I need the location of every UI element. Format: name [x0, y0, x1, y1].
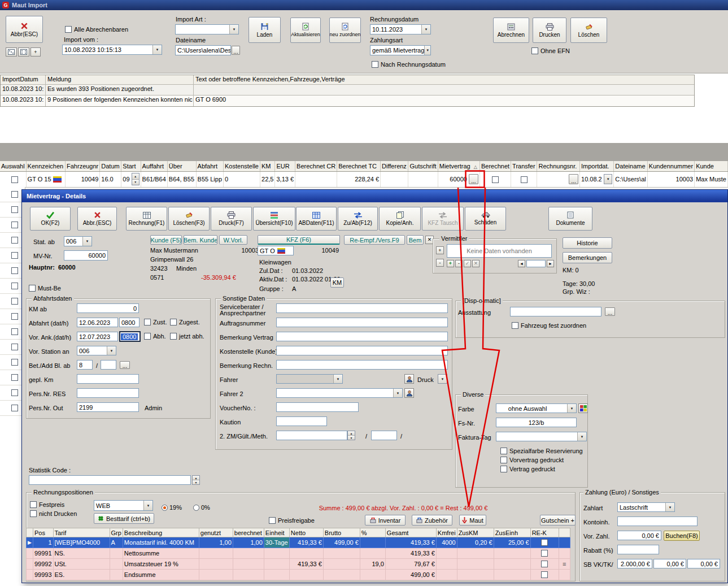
- fahrer-person-button[interactable]: [404, 374, 414, 384]
- jetzt-abh-checkbox[interactable]: jetzt abh.: [170, 333, 204, 340]
- bet-add-input-2[interactable]: [101, 360, 116, 370]
- re-empf-button[interactable]: Re-Empf./Vers.F9: [344, 235, 405, 245]
- dateiname-input[interactable]: C:\Users\alena\Desk: [175, 45, 231, 55]
- log-row[interactable]: 10.08.2023 10: Es wurden 393 Positionen …: [1, 85, 694, 96]
- zm-spinner[interactable]: ▲▼: [347, 431, 355, 440]
- vermittler-empty-field[interactable]: Keine Daten vorhanden: [447, 244, 552, 258]
- ausstattung-input[interactable]: [510, 307, 601, 316]
- nav-prev-button[interactable]: ◄: [518, 260, 525, 267]
- vat-0-radio[interactable]: 0%: [193, 504, 210, 511]
- bem-kunde-button[interactable]: Bem. Kunde: [184, 235, 217, 245]
- kopie-anh-button[interactable]: Kopie/Anh.: [379, 207, 421, 231]
- sb-3-input[interactable]: 0,00 €: [687, 559, 720, 568]
- vorvertrag-checkbox[interactable]: Vorvertrag gedruckt: [500, 457, 564, 463]
- faktura-tag-combo[interactable]: [496, 432, 587, 441]
- festpreis-checkbox[interactable]: Festpreis: [30, 501, 64, 508]
- chevron-down-icon[interactable]: [421, 25, 430, 34]
- col-kmfrei[interactable]: Kmfrei: [436, 528, 457, 537]
- mv-nr-input[interactable]: 60000: [64, 250, 108, 261]
- maut-button[interactable]: Maut: [459, 515, 486, 526]
- rechnungsdatum-combo[interactable]: 10.11.2023: [370, 24, 431, 34]
- row-select-checkbox[interactable]: [11, 237, 18, 244]
- kaution-input[interactable]: [276, 416, 327, 426]
- row-select-checkbox[interactable]: [11, 344, 18, 350]
- col-berechnet-cr[interactable]: Berechnet CR: [295, 161, 337, 171]
- vor-ank-time-input[interactable]: 0800: [119, 331, 141, 342]
- preisfreigabe-checkbox[interactable]: Preisfreigabe: [269, 517, 315, 524]
- chevron-down-icon[interactable]: [152, 45, 162, 54]
- bet-add-browse-button[interactable]: ...: [120, 361, 130, 369]
- sb-tk-input[interactable]: 0,00 €: [653, 559, 686, 568]
- row-select-checkbox[interactable]: [11, 191, 18, 198]
- col-abfahrt[interactable]: Abfahrt: [196, 161, 223, 171]
- col-datum[interactable]: Datum: [100, 161, 121, 171]
- vor-station-combo[interactable]: 006: [77, 346, 116, 355]
- kostenstelle-kunde-input[interactable]: [276, 346, 448, 355]
- drucken-button[interactable]: Drucken: [533, 18, 566, 43]
- must-be-checkbox[interactable]: Must-Be: [29, 285, 61, 292]
- nav-next-button[interactable]: ►: [547, 260, 554, 267]
- log-header-importdatum[interactable]: ImportDatum: [1, 75, 46, 84]
- fahrzeug-fest-checkbox[interactable]: Fahrzeug fest zuordnen: [512, 322, 586, 329]
- table-row[interactable]: GT O 15 10049 16.0 09 ▲▼ B61/B64 B64, B5…: [0, 171, 728, 187]
- layout-button-2[interactable]: [18, 47, 29, 57]
- col-mietvertrag[interactable]: Mietvertrag△: [438, 161, 479, 171]
- bet-add-input[interactable]: 8: [77, 360, 93, 370]
- dateiname-browse-button[interactable]: ...: [232, 46, 240, 55]
- bem-button[interactable]: Bem: [407, 235, 424, 245]
- tarif-combo[interactable]: WEB: [94, 500, 153, 511]
- chevron-down-icon[interactable]: [665, 503, 674, 511]
- abort-button[interactable]: Abbr(ESC): [6, 16, 43, 43]
- col-ueber[interactable]: Über: [167, 161, 196, 171]
- start-spinner[interactable]: ▲▼: [132, 173, 140, 185]
- chevron-down-icon[interactable]: [143, 501, 152, 510]
- abfahrt-date-input[interactable]: 12.06.2023: [77, 318, 118, 327]
- vermittler-add-button[interactable]: +: [436, 246, 444, 254]
- chevron-down-icon[interactable]: [577, 432, 586, 441]
- col-genutzt[interactable]: genutzt: [199, 528, 233, 537]
- record-accept-button[interactable]: ✓: [464, 260, 471, 267]
- farbe-picker-button[interactable]: [578, 403, 588, 413]
- serviceberater-input[interactable]: [276, 303, 448, 313]
- uebersicht-button[interactable]: Übersicht(F10): [253, 207, 295, 231]
- col-netto[interactable]: Netto: [289, 528, 323, 537]
- laden-button[interactable]: Laden: [249, 17, 281, 43]
- ok-button[interactable]: OK(F2): [30, 207, 71, 231]
- bemerkungen-button[interactable]: Bemerkungen: [563, 252, 612, 263]
- col-berechnet[interactable]: berechnet: [233, 528, 264, 537]
- stat-ab-combo[interactable]: 006: [64, 236, 92, 246]
- col-eur[interactable]: EUR: [275, 161, 295, 171]
- kfz-plate-field[interactable]: GT O: [258, 246, 294, 255]
- col-pct[interactable]: %: [360, 528, 385, 537]
- col-rek[interactable]: RE-K: [530, 528, 559, 537]
- chevron-down-icon[interactable]: [393, 389, 402, 397]
- row-select-checkbox[interactable]: [11, 313, 18, 320]
- col-berechnet-tc[interactable]: Berechnet TC: [337, 161, 381, 171]
- alle-abrechenbaren-checkbox[interactable]: Alle Abrechenbaren: [65, 26, 128, 33]
- gepl-km-input[interactable]: [77, 374, 139, 384]
- zu-ab-button[interactable]: Zu/Ab(F12): [338, 207, 378, 231]
- rabatt-input[interactable]: [617, 545, 659, 554]
- historie-button[interactable]: Historie: [563, 237, 612, 249]
- km-ab-input[interactable]: 0: [77, 303, 139, 313]
- spezialfarbe-checkbox[interactable]: Spezialfarbe Reservierung: [500, 448, 583, 454]
- statistik-code-input[interactable]: [29, 475, 191, 485]
- chevron-down-icon[interactable]: [82, 237, 91, 246]
- mietvertrag-ellipsis-button[interactable]: ...: [469, 174, 478, 184]
- kontoinh-input[interactable]: [617, 516, 698, 526]
- rechnung-button[interactable]: Rechnung(F1): [126, 207, 167, 231]
- chevron-down-icon[interactable]: [333, 375, 342, 383]
- import-vom-combo[interactable]: 10.08.2023 10:15:13: [62, 45, 162, 55]
- schaeden-button[interactable]: Schäden: [465, 207, 506, 231]
- table-row[interactable]: 99992 USt. Umsatzsteuer 19 % 419,33 € 19…: [27, 559, 570, 570]
- col-grp[interactable]: Grp: [110, 528, 123, 537]
- bemerkung-vertrag-input[interactable]: [276, 332, 448, 341]
- row-select-checkbox[interactable]: [11, 405, 18, 411]
- col-tarif[interactable]: Tarif: [53, 528, 110, 537]
- col-gutschrift[interactable]: Gutschrift: [408, 161, 438, 171]
- rechnungsnr-ellipsis-button[interactable]: ...: [569, 174, 578, 184]
- pers-out-input[interactable]: 2199: [77, 402, 139, 412]
- col-kunde[interactable]: Kunde: [695, 161, 728, 171]
- col-brutto[interactable]: Brutto: [323, 528, 360, 537]
- record-remove-button[interactable]: -: [455, 260, 463, 267]
